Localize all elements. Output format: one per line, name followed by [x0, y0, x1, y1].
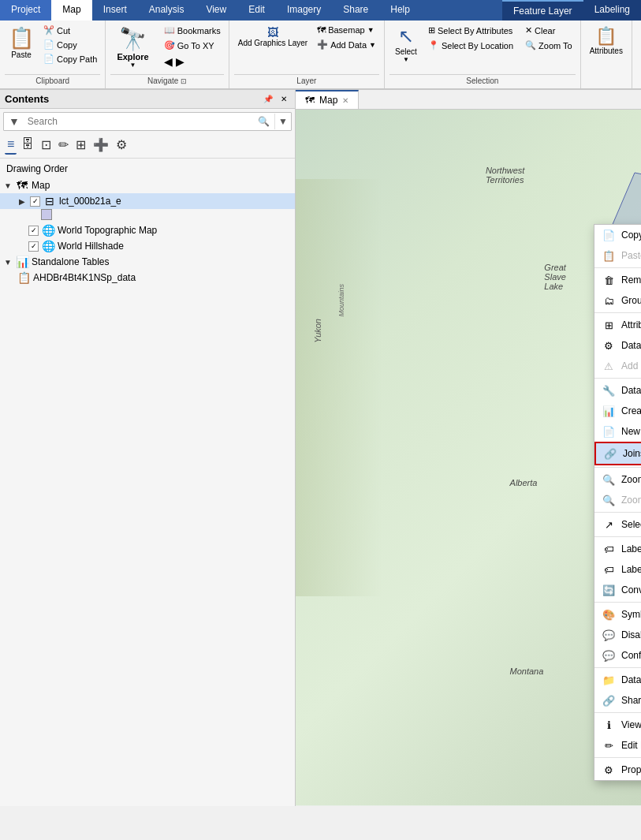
add-data-arrow: ▼ [369, 41, 376, 49]
ctx-sep5 [594, 512, 641, 513]
basemap-button[interactable]: 🗺 Basemap ▼ [314, 24, 379, 36]
select-by-location-button[interactable]: 📍 Select By Location [425, 39, 516, 52]
map-tab[interactable]: 🗺 Map ✕ [296, 90, 359, 109]
ctx-data-design-icon: 🔧 [602, 384, 615, 397]
list-view-button[interactable]: ≡ [5, 136, 17, 155]
ctx-new-report[interactable]: 📄 New Report [594, 421, 641, 442]
ctx-zoom-visible-icon: 🔍 [602, 494, 615, 506]
ctx-create-chart[interactable]: 📊 Create Chart ▶ [594, 401, 641, 421]
ctx-attribute-table[interactable]: ⊞ Attribute Table Ctrl+T [594, 315, 641, 335]
tab-map[interactable]: Map [51, 0, 91, 21]
add-data-button[interactable]: ➕ Add Data ▼ [314, 38, 379, 51]
tree-item-map[interactable]: ▼ 🗺 Map [0, 177, 295, 193]
paste-button[interactable]: 📋 Paste [5, 24, 38, 62]
paste-icon: 📋 [9, 26, 34, 50]
ctx-joins-relates[interactable]: 🔗 Joins and Relates ▶ ⊞ Add Join ⊟ Remov… [594, 442, 641, 465]
tree-item-world-hillshade[interactable]: ✓ 🌐 World Hillshade [0, 238, 295, 254]
add-data-label: Add Data [330, 40, 367, 50]
tab-project[interactable]: Project [0, 0, 51, 21]
select-by-attributes-label: Select By Attributes [438, 26, 512, 35]
ctx-configure-popups[interactable]: 💬 Configure Pop-ups [594, 645, 641, 666]
ctx-remove[interactable]: 🗑 Remove [594, 270, 641, 290]
clear-button[interactable]: ✕ Clear [522, 24, 576, 37]
add-graphics-button[interactable]: 🖼 Add Graphics Layer [234, 24, 311, 50]
feature-tabs: Feature Layer Labeling [502, 0, 641, 21]
ctx-group[interactable]: 🗂 Group [594, 290, 641, 311]
search-icon[interactable]: 🔍 [253, 114, 274, 129]
copy-button[interactable]: 📄 Copy [40, 38, 100, 51]
world-topo-checkbox[interactable]: ✓ [28, 226, 39, 236]
database-view-button[interactable]: 🗄 [19, 136, 36, 155]
layout-button[interactable]: ⊞ [73, 136, 88, 155]
ctx-group-icon: 🗂 [602, 294, 615, 307]
ctx-remove-icon: 🗑 [602, 274, 615, 286]
filter-button[interactable]: ⊡ [39, 136, 54, 155]
nav-back-button[interactable]: ◀ [164, 55, 173, 68]
ctx-view-meta-label: View Metadata [621, 719, 641, 730]
copy-path-button[interactable]: 📄 Copy Path [40, 52, 100, 65]
ctx-convert-labels-label: Convert Labels [621, 584, 641, 595]
attributes-icon: 📋 [595, 26, 617, 47]
ctx-create-chart-label: Create Chart [621, 405, 641, 416]
ctx-view-metadata[interactable]: ℹ View Metadata [594, 715, 641, 735]
ctx-selection-icon: ↗ [602, 518, 615, 531]
sidebar: Contents 📌 ✕ ▼ 🔍 ▼ ≡ 🗄 ⊡ ✏ ⊞ ➕ ⚙ Drawing… [0, 90, 296, 806]
zoom-to-label: Zoom To [539, 41, 572, 50]
ctx-label[interactable]: 🏷 Label [594, 539, 641, 559]
ctx-sep2 [594, 312, 641, 313]
go-to-xy-button[interactable]: 🎯 Go To XY [161, 39, 224, 52]
ctx-symbology[interactable]: 🎨 Symbology [594, 604, 641, 625]
world-hillshade-checkbox[interactable]: ✓ [28, 241, 39, 252]
tab-edit[interactable]: Edit [237, 0, 276, 21]
tab-labeling[interactable]: Labeling [583, 0, 641, 21]
tab-share[interactable]: Share [332, 0, 379, 21]
more-options-button[interactable]: ⚙ [114, 136, 129, 155]
ctx-data-engineering[interactable]: ⚙ Data Engineering Ctrl+Shift+D [594, 335, 641, 356]
tab-imagery[interactable]: Imagery [276, 0, 332, 21]
ctx-data-design-label: Data Design [621, 385, 641, 396]
ctx-data-design[interactable]: 🔧 Data Design ▶ [594, 380, 641, 401]
search-input[interactable] [24, 114, 253, 129]
tree-item-standalone[interactable]: ▼ 📊 Standalone Tables [0, 254, 295, 270]
map-tab-close-button[interactable]: ✕ [342, 96, 348, 105]
ctx-labeling-properties[interactable]: 🏷 Labeling Properties... [594, 559, 641, 580]
ctx-paste-props-icon: 📋 [602, 249, 615, 262]
zoom-to-icon: 🔍 [525, 40, 536, 50]
tree-item-ahdb[interactable]: 📋 AHDBr4Bt4K1NSp_data [0, 270, 295, 286]
ctx-convert-labels[interactable]: 🔄 Convert Labels ▶ [594, 580, 641, 600]
ctx-sharing[interactable]: 🔗 Sharing ▶ [594, 690, 641, 711]
nav-forward-button[interactable]: ▶ [176, 55, 184, 68]
ctx-edit-metadata[interactable]: ✏ Edit Metadata [594, 735, 641, 756]
select-button[interactable]: ↖ Select ▼ [389, 24, 423, 65]
ctx-zoom-to-visible: 🔍 Zoom To Make Visible [594, 490, 641, 510]
add-layer-button[interactable]: ➕ [91, 136, 111, 155]
select-by-attributes-button[interactable]: ⊞ Select By Attributes [425, 24, 516, 37]
search-dropdown-button[interactable]: ▼ [274, 114, 291, 129]
ctx-copy[interactable]: 📄 Copy Ctrl+C [594, 225, 641, 245]
sidebar-close-button[interactable]: ✕ [278, 93, 290, 105]
bookmarks-button[interactable]: 📖 Bookmarks [161, 24, 224, 37]
tab-insert[interactable]: Insert [92, 0, 138, 21]
map-canvas[interactable]: Yukon Mountains NorthwestTerritories Gre… [296, 110, 641, 805]
tab-view[interactable]: View [195, 0, 237, 21]
attributes-button[interactable]: 📋 Attributes [586, 24, 627, 58]
tree-item-world-topo[interactable]: ✓ 🌐 World Topographic Map [0, 222, 295, 238]
tab-help[interactable]: Help [379, 0, 421, 21]
ctx-disable-popups[interactable]: 💬 Disable Pop-ups [594, 625, 641, 645]
explore-button[interactable]: 🔭 Explore ▼ [110, 24, 155, 71]
ctx-zoom-to-layer[interactable]: 🔍 Zoom To Layer [594, 469, 641, 490]
cut-button[interactable]: ✂️ Cut [40, 24, 100, 37]
ctx-data[interactable]: 📁 Data ▶ [594, 670, 641, 690]
map-tab-icon: 🗺 [305, 95, 315, 106]
lct-checkbox[interactable]: ✓ [30, 196, 40, 207]
world-topo-label: World Topographic Map [58, 225, 157, 236]
ctx-properties[interactable]: ⚙ Properties [594, 760, 641, 780]
tree-item-lct[interactable]: ▶ ✓ ⊟ lct_000b21a_e [0, 193, 295, 209]
sidebar-pin-button[interactable]: 📌 [260, 93, 276, 105]
tab-analysis[interactable]: Analysis [138, 0, 196, 21]
zoom-to-button[interactable]: 🔍 Zoom To [522, 39, 576, 52]
edit-layer-button[interactable]: ✏ [56, 136, 71, 155]
ctx-selection[interactable]: ↗ Selection ▶ [594, 514, 641, 535]
tab-feature-layer[interactable]: Feature Layer [502, 0, 583, 21]
ctx-data-eng-icon: ⚙ [602, 339, 615, 352]
